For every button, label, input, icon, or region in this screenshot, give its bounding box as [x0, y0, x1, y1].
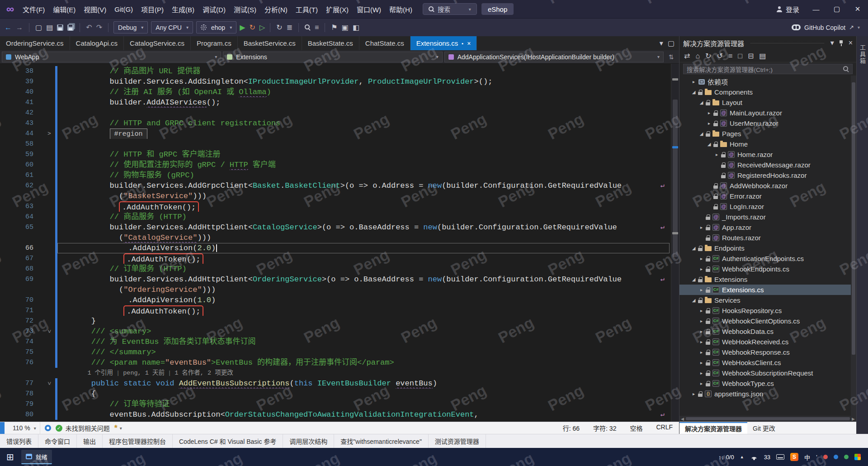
start-without-debug-icon[interactable]: ▷ — [259, 24, 265, 31]
expand-icon[interactable]: ▸ — [705, 110, 713, 115]
tree-item[interactable]: LogIn.razor — [679, 201, 856, 212]
tree-item[interactable]: Routes.razor — [679, 233, 856, 243]
battery-percent-text[interactable]: 33 — [764, 454, 770, 461]
document-health-indicator[interactable]: 未找到相关问题 — [56, 423, 110, 433]
platform-dropdown[interactable]: Any CPU ▾ — [151, 21, 193, 33]
start-debug-icon[interactable]: ▶ — [240, 24, 245, 31]
expand-icon[interactable]: > — [47, 128, 51, 139]
new-project-icon[interactable]: ▢ — [35, 24, 42, 31]
sign-in-button[interactable]: 登录 — [770, 5, 806, 14]
member-dropdown[interactable]: AddApplicationServices(IHostApplicationB… — [444, 52, 664, 62]
tree-item[interactable]: ◢Pages — [679, 128, 856, 139]
tree-item[interactable]: ▸Extensions.cs — [679, 285, 856, 295]
expand-icon[interactable]: ▸ — [698, 287, 705, 292]
back-icon[interactable]: ← — [5, 24, 12, 31]
ime-keyboard-icon[interactable] — [776, 454, 784, 460]
expand-icon[interactable]: ▸ — [690, 391, 698, 396]
panel-tab[interactable]: 错误列表 — [0, 434, 38, 448]
collapse-icon[interactable]: ◢ — [698, 100, 705, 105]
collapsed-region-box[interactable]: #region — [110, 128, 147, 139]
indent-mode-indicator[interactable]: 空格 — [630, 423, 642, 433]
solution-hscrollbar[interactable]: ◀ ▶ — [679, 416, 856, 422]
switch-view-icon[interactable]: ⇄ — [684, 52, 690, 60]
list-icon[interactable]: ≡ — [315, 24, 319, 31]
tree-item[interactable]: ▸WebhookType.cs — [679, 378, 856, 389]
solution-search-input[interactable]: 搜索解决方案资源管理器(Ctrl+;) — [683, 64, 853, 74]
expand-icon[interactable]: ▸ — [698, 371, 705, 376]
tree-item[interactable]: Error.razor — [679, 191, 856, 201]
editor-tab[interactable]: BasketState.cs — [302, 36, 359, 50]
code-line[interactable]: 43// HTTP and GRPC client registrations — [0, 118, 671, 128]
code-line[interactable]: 60// 使用配置注册实际的 gRPC / HTTP 客户端 — [0, 160, 671, 170]
tree-item[interactable]: ▸WebhookResponse.cs — [679, 347, 856, 357]
editor-tab[interactable]: OrderingService.cs — [0, 36, 70, 50]
fold-margin[interactable]: > — [43, 128, 55, 139]
editor-tab[interactable]: BasketService.cs — [238, 36, 302, 50]
tree-item[interactable]: ◢Layout — [679, 97, 856, 108]
code-line[interactable]: 77>public static void AddEventBusSubscri… — [0, 378, 671, 389]
panel-tab[interactable]: CodeLens C# 和 Visual Basic 参考 — [173, 434, 283, 448]
expand-icon[interactable]: ▸ — [698, 329, 705, 334]
vertical-tab[interactable]: 工具箱 — [858, 41, 867, 68]
menu-item[interactable]: 编辑(E) — [49, 0, 80, 18]
menu-item[interactable]: 测试(S) — [230, 0, 260, 18]
tree-item[interactable]: ◢Home — [679, 139, 856, 149]
tree-item[interactable]: ▸WebhookEndpoints.cs — [679, 264, 856, 274]
undo-icon[interactable]: ↶ — [86, 24, 92, 31]
tray-grid-icon[interactable] — [854, 454, 861, 460]
code-line[interactable]: 69builder.Services.AddHttpClient<Orderin… — [0, 274, 671, 285]
code-line[interactable]: 62builder.Services.AddGrpcClient<Basket.… — [0, 181, 671, 191]
find-icon[interactable] — [305, 24, 311, 30]
hscroll-thumb[interactable] — [686, 417, 850, 420]
redo-icon[interactable]: ↷ — [96, 24, 102, 31]
menu-item[interactable]: Git(G) — [110, 0, 137, 18]
ime-mode-text[interactable]: 中 — [804, 453, 810, 461]
tree-item[interactable]: ▸MainLayout.razor — [679, 108, 856, 118]
editor-tab[interactable]: CatalogApi.cs — [70, 36, 124, 50]
code-line[interactable]: 76/// <param name="eventBus">EventBus 的构… — [0, 357, 671, 368]
expand-icon[interactable]: ▸ — [698, 360, 705, 365]
menu-item[interactable]: 窗口(W) — [353, 0, 385, 18]
fold-margin[interactable]: > — [43, 378, 55, 389]
maximize-icon[interactable]: ▢ — [826, 0, 847, 18]
menu-item[interactable]: 视图(V) — [80, 0, 110, 18]
code-line[interactable]: 64// 商品服务 (HTTP) — [0, 212, 671, 222]
tray-blue-icon[interactable] — [834, 455, 838, 459]
panel-tab[interactable]: 调用层次结构 — [283, 434, 334, 448]
tray-expand-icon[interactable]: ▲ — [740, 455, 744, 459]
collapse-icon[interactable]: ◢ — [690, 277, 698, 282]
code-line[interactable]: 38// 商品图片 URL 提供器 — [0, 66, 671, 76]
expand-icon[interactable]: ▸ — [698, 350, 705, 355]
tree-item[interactable]: ▸WebhookClientOptions.cs — [679, 316, 856, 326]
code-line[interactable]: 70.AddApiVersion(1.0) — [0, 295, 671, 305]
tree-item[interactable]: ▸WebHooksClient.cs — [679, 357, 856, 368]
menu-item[interactable]: 项目(P) — [137, 0, 168, 18]
menu-item[interactable]: 扩展(X) — [322, 0, 353, 18]
tree-item[interactable]: ▸UserMenu.razor — [679, 118, 856, 128]
tree-item[interactable]: ▸依赖项 — [679, 76, 856, 87]
layout-icon[interactable]: ▣ — [342, 24, 349, 31]
scroll-right-icon[interactable]: ▶ — [852, 417, 855, 421]
expand-icon[interactable]: ▸ — [698, 381, 705, 386]
navbar-options-icon[interactable]: ⇅ — [665, 53, 677, 61]
hot-reload-icon[interactable]: ↻ — [249, 24, 255, 31]
open-file-icon[interactable]: ▤ — [46, 24, 53, 31]
code-line[interactable]: 65builder.Services.AddHttpClient<Catalog… — [0, 222, 671, 233]
code-editor[interactable]: 38// 商品图片 URL 提供器39builder.Services.AddS… — [0, 64, 671, 422]
collapse-icon[interactable]: ◢ — [690, 246, 698, 251]
menu-item[interactable]: 分析(N) — [260, 0, 292, 18]
code-line[interactable]: ("BasketService"))) — [0, 191, 671, 201]
expand-icon[interactable]: ▸ — [698, 225, 705, 230]
code-line[interactable]: 66.AddApiVersion(2.0) — [0, 243, 671, 253]
tree-item[interactable]: ▸Home.razor — [679, 149, 856, 160]
github-copilot-button[interactable]: GitHub Copilot ↗ ▾ — [792, 24, 863, 31]
code-line[interactable]: 42 — [0, 108, 671, 118]
pin-icon[interactable] — [839, 40, 844, 46]
restart-icon[interactable]: ↻ — [276, 24, 282, 31]
wifi-icon[interactable] — [750, 454, 758, 460]
vscroll-thumb[interactable] — [852, 82, 855, 355]
tree-item[interactable]: ▸WebHookReceived.cs — [679, 337, 856, 347]
code-line[interactable]: 71.AddAuthToken(); — [0, 305, 671, 316]
expand-icon[interactable]: ▸ — [698, 319, 705, 323]
code-line[interactable]: 73>/// <summary> — [0, 326, 671, 337]
